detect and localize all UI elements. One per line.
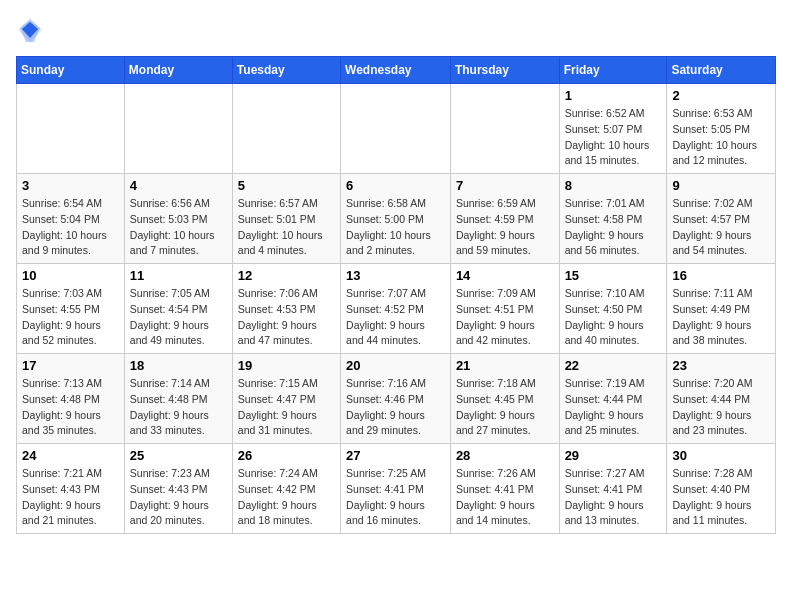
calendar-cell: 12Sunrise: 7:06 AM Sunset: 4:53 PM Dayli… (232, 264, 340, 354)
day-info: Sunrise: 7:01 AM Sunset: 4:58 PM Dayligh… (565, 196, 662, 259)
day-info: Sunrise: 6:59 AM Sunset: 4:59 PM Dayligh… (456, 196, 554, 259)
day-info: Sunrise: 6:58 AM Sunset: 5:00 PM Dayligh… (346, 196, 445, 259)
calendar-cell: 5Sunrise: 6:57 AM Sunset: 5:01 PM Daylig… (232, 174, 340, 264)
calendar-cell: 26Sunrise: 7:24 AM Sunset: 4:42 PM Dayli… (232, 444, 340, 534)
day-number: 21 (456, 358, 554, 373)
day-info: Sunrise: 7:02 AM Sunset: 4:57 PM Dayligh… (672, 196, 770, 259)
calendar-cell: 24Sunrise: 7:21 AM Sunset: 4:43 PM Dayli… (17, 444, 125, 534)
day-info: Sunrise: 6:52 AM Sunset: 5:07 PM Dayligh… (565, 106, 662, 169)
day-number: 30 (672, 448, 770, 463)
logo-icon (16, 16, 44, 44)
day-number: 18 (130, 358, 227, 373)
weekday-header-row: SundayMondayTuesdayWednesdayThursdayFrid… (17, 57, 776, 84)
calendar-cell: 17Sunrise: 7:13 AM Sunset: 4:48 PM Dayli… (17, 354, 125, 444)
day-number: 24 (22, 448, 119, 463)
day-number: 14 (456, 268, 554, 283)
day-number: 8 (565, 178, 662, 193)
calendar-cell (341, 84, 451, 174)
day-number: 19 (238, 358, 335, 373)
day-number: 12 (238, 268, 335, 283)
day-info: Sunrise: 7:11 AM Sunset: 4:49 PM Dayligh… (672, 286, 770, 349)
calendar-cell: 13Sunrise: 7:07 AM Sunset: 4:52 PM Dayli… (341, 264, 451, 354)
calendar-cell: 16Sunrise: 7:11 AM Sunset: 4:49 PM Dayli… (667, 264, 776, 354)
day-info: Sunrise: 7:27 AM Sunset: 4:41 PM Dayligh… (565, 466, 662, 529)
calendar-cell: 9Sunrise: 7:02 AM Sunset: 4:57 PM Daylig… (667, 174, 776, 264)
calendar-cell: 11Sunrise: 7:05 AM Sunset: 4:54 PM Dayli… (124, 264, 232, 354)
day-info: Sunrise: 6:53 AM Sunset: 5:05 PM Dayligh… (672, 106, 770, 169)
day-info: Sunrise: 7:05 AM Sunset: 4:54 PM Dayligh… (130, 286, 227, 349)
day-number: 26 (238, 448, 335, 463)
weekday-header-saturday: Saturday (667, 57, 776, 84)
day-info: Sunrise: 7:18 AM Sunset: 4:45 PM Dayligh… (456, 376, 554, 439)
logo (16, 16, 48, 44)
day-number: 10 (22, 268, 119, 283)
day-number: 4 (130, 178, 227, 193)
calendar-body: 1Sunrise: 6:52 AM Sunset: 5:07 PM Daylig… (17, 84, 776, 534)
day-number: 9 (672, 178, 770, 193)
calendar-cell: 3Sunrise: 6:54 AM Sunset: 5:04 PM Daylig… (17, 174, 125, 264)
calendar-cell: 22Sunrise: 7:19 AM Sunset: 4:44 PM Dayli… (559, 354, 667, 444)
calendar-cell: 6Sunrise: 6:58 AM Sunset: 5:00 PM Daylig… (341, 174, 451, 264)
day-info: Sunrise: 7:14 AM Sunset: 4:48 PM Dayligh… (130, 376, 227, 439)
day-number: 3 (22, 178, 119, 193)
day-info: Sunrise: 7:24 AM Sunset: 4:42 PM Dayligh… (238, 466, 335, 529)
day-info: Sunrise: 7:13 AM Sunset: 4:48 PM Dayligh… (22, 376, 119, 439)
calendar-cell: 28Sunrise: 7:26 AM Sunset: 4:41 PM Dayli… (450, 444, 559, 534)
day-info: Sunrise: 7:19 AM Sunset: 4:44 PM Dayligh… (565, 376, 662, 439)
day-number: 13 (346, 268, 445, 283)
calendar-week-4: 17Sunrise: 7:13 AM Sunset: 4:48 PM Dayli… (17, 354, 776, 444)
calendar-cell: 8Sunrise: 7:01 AM Sunset: 4:58 PM Daylig… (559, 174, 667, 264)
weekday-header-sunday: Sunday (17, 57, 125, 84)
day-info: Sunrise: 7:16 AM Sunset: 4:46 PM Dayligh… (346, 376, 445, 439)
day-number: 6 (346, 178, 445, 193)
calendar-cell: 14Sunrise: 7:09 AM Sunset: 4:51 PM Dayli… (450, 264, 559, 354)
calendar-week-5: 24Sunrise: 7:21 AM Sunset: 4:43 PM Dayli… (17, 444, 776, 534)
calendar-cell (450, 84, 559, 174)
calendar-week-1: 1Sunrise: 6:52 AM Sunset: 5:07 PM Daylig… (17, 84, 776, 174)
calendar-cell: 4Sunrise: 6:56 AM Sunset: 5:03 PM Daylig… (124, 174, 232, 264)
day-info: Sunrise: 7:09 AM Sunset: 4:51 PM Dayligh… (456, 286, 554, 349)
calendar-cell (232, 84, 340, 174)
day-info: Sunrise: 7:23 AM Sunset: 4:43 PM Dayligh… (130, 466, 227, 529)
calendar-cell (124, 84, 232, 174)
day-number: 16 (672, 268, 770, 283)
day-number: 2 (672, 88, 770, 103)
day-info: Sunrise: 7:25 AM Sunset: 4:41 PM Dayligh… (346, 466, 445, 529)
calendar-header: SundayMondayTuesdayWednesdayThursdayFrid… (17, 57, 776, 84)
calendar-cell: 27Sunrise: 7:25 AM Sunset: 4:41 PM Dayli… (341, 444, 451, 534)
weekday-header-wednesday: Wednesday (341, 57, 451, 84)
calendar-cell: 15Sunrise: 7:10 AM Sunset: 4:50 PM Dayli… (559, 264, 667, 354)
weekday-header-tuesday: Tuesday (232, 57, 340, 84)
day-number: 7 (456, 178, 554, 193)
calendar-table: SundayMondayTuesdayWednesdayThursdayFrid… (16, 56, 776, 534)
calendar-week-2: 3Sunrise: 6:54 AM Sunset: 5:04 PM Daylig… (17, 174, 776, 264)
calendar-cell: 29Sunrise: 7:27 AM Sunset: 4:41 PM Dayli… (559, 444, 667, 534)
day-info: Sunrise: 6:56 AM Sunset: 5:03 PM Dayligh… (130, 196, 227, 259)
day-info: Sunrise: 7:15 AM Sunset: 4:47 PM Dayligh… (238, 376, 335, 439)
calendar-cell: 19Sunrise: 7:15 AM Sunset: 4:47 PM Dayli… (232, 354, 340, 444)
weekday-header-thursday: Thursday (450, 57, 559, 84)
day-info: Sunrise: 7:21 AM Sunset: 4:43 PM Dayligh… (22, 466, 119, 529)
day-info: Sunrise: 7:26 AM Sunset: 4:41 PM Dayligh… (456, 466, 554, 529)
calendar-cell: 1Sunrise: 6:52 AM Sunset: 5:07 PM Daylig… (559, 84, 667, 174)
day-number: 29 (565, 448, 662, 463)
day-info: Sunrise: 7:10 AM Sunset: 4:50 PM Dayligh… (565, 286, 662, 349)
calendar-cell: 18Sunrise: 7:14 AM Sunset: 4:48 PM Dayli… (124, 354, 232, 444)
calendar-cell: 23Sunrise: 7:20 AM Sunset: 4:44 PM Dayli… (667, 354, 776, 444)
day-number: 15 (565, 268, 662, 283)
calendar-cell: 21Sunrise: 7:18 AM Sunset: 4:45 PM Dayli… (450, 354, 559, 444)
calendar-cell: 25Sunrise: 7:23 AM Sunset: 4:43 PM Dayli… (124, 444, 232, 534)
calendar-cell (17, 84, 125, 174)
day-number: 28 (456, 448, 554, 463)
day-number: 17 (22, 358, 119, 373)
day-number: 1 (565, 88, 662, 103)
day-info: Sunrise: 6:57 AM Sunset: 5:01 PM Dayligh… (238, 196, 335, 259)
day-info: Sunrise: 7:03 AM Sunset: 4:55 PM Dayligh… (22, 286, 119, 349)
day-number: 20 (346, 358, 445, 373)
day-info: Sunrise: 7:20 AM Sunset: 4:44 PM Dayligh… (672, 376, 770, 439)
day-number: 22 (565, 358, 662, 373)
day-info: Sunrise: 7:07 AM Sunset: 4:52 PM Dayligh… (346, 286, 445, 349)
page-header (16, 16, 776, 44)
calendar-week-3: 10Sunrise: 7:03 AM Sunset: 4:55 PM Dayli… (17, 264, 776, 354)
day-info: Sunrise: 7:06 AM Sunset: 4:53 PM Dayligh… (238, 286, 335, 349)
